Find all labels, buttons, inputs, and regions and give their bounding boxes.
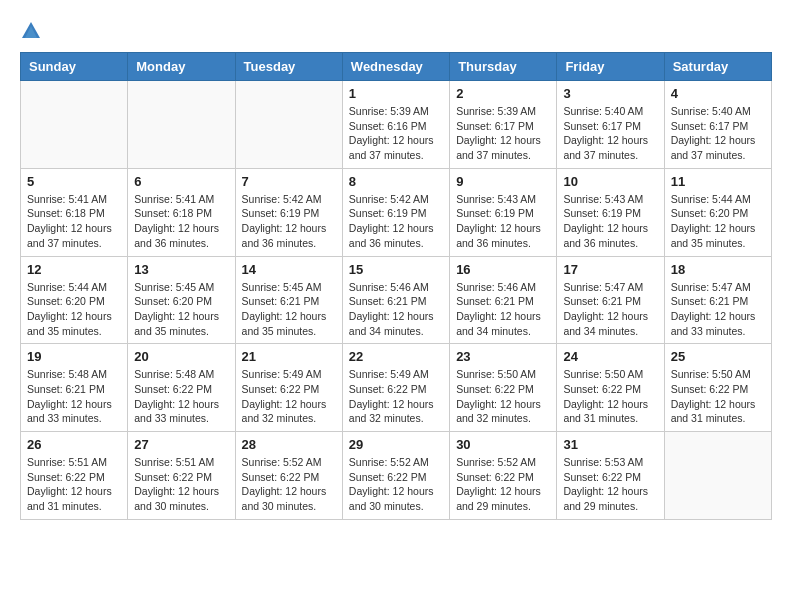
day-number: 29: [349, 437, 443, 452]
day-info: Sunrise: 5:48 AM Sunset: 6:21 PM Dayligh…: [27, 367, 121, 426]
day-number: 30: [456, 437, 550, 452]
day-number: 25: [671, 349, 765, 364]
day-number: 26: [27, 437, 121, 452]
calendar-week-row: 12Sunrise: 5:44 AM Sunset: 6:20 PM Dayli…: [21, 256, 772, 344]
weekday-header: Monday: [128, 53, 235, 81]
weekday-header: Sunday: [21, 53, 128, 81]
calendar-week-row: 1Sunrise: 5:39 AM Sunset: 6:16 PM Daylig…: [21, 81, 772, 169]
calendar-day-cell: 23Sunrise: 5:50 AM Sunset: 6:22 PM Dayli…: [450, 344, 557, 432]
day-number: 4: [671, 86, 765, 101]
day-number: 18: [671, 262, 765, 277]
calendar-day-cell: 30Sunrise: 5:52 AM Sunset: 6:22 PM Dayli…: [450, 432, 557, 520]
calendar-day-cell: [21, 81, 128, 169]
day-number: 6: [134, 174, 228, 189]
day-info: Sunrise: 5:44 AM Sunset: 6:20 PM Dayligh…: [671, 192, 765, 251]
calendar-header-row: SundayMondayTuesdayWednesdayThursdayFrid…: [21, 53, 772, 81]
weekday-header: Friday: [557, 53, 664, 81]
day-info: Sunrise: 5:44 AM Sunset: 6:20 PM Dayligh…: [27, 280, 121, 339]
day-number: 15: [349, 262, 443, 277]
day-info: Sunrise: 5:50 AM Sunset: 6:22 PM Dayligh…: [456, 367, 550, 426]
day-info: Sunrise: 5:47 AM Sunset: 6:21 PM Dayligh…: [671, 280, 765, 339]
calendar-day-cell: 20Sunrise: 5:48 AM Sunset: 6:22 PM Dayli…: [128, 344, 235, 432]
calendar-day-cell: 7Sunrise: 5:42 AM Sunset: 6:19 PM Daylig…: [235, 168, 342, 256]
day-info: Sunrise: 5:45 AM Sunset: 6:20 PM Dayligh…: [134, 280, 228, 339]
day-info: Sunrise: 5:43 AM Sunset: 6:19 PM Dayligh…: [563, 192, 657, 251]
day-info: Sunrise: 5:39 AM Sunset: 6:16 PM Dayligh…: [349, 104, 443, 163]
calendar-day-cell: 22Sunrise: 5:49 AM Sunset: 6:22 PM Dayli…: [342, 344, 449, 432]
day-number: 12: [27, 262, 121, 277]
day-info: Sunrise: 5:42 AM Sunset: 6:19 PM Dayligh…: [349, 192, 443, 251]
day-number: 16: [456, 262, 550, 277]
day-info: Sunrise: 5:52 AM Sunset: 6:22 PM Dayligh…: [456, 455, 550, 514]
calendar-day-cell: 5Sunrise: 5:41 AM Sunset: 6:18 PM Daylig…: [21, 168, 128, 256]
day-number: 20: [134, 349, 228, 364]
calendar-day-cell: 17Sunrise: 5:47 AM Sunset: 6:21 PM Dayli…: [557, 256, 664, 344]
calendar-day-cell: 26Sunrise: 5:51 AM Sunset: 6:22 PM Dayli…: [21, 432, 128, 520]
calendar-week-row: 26Sunrise: 5:51 AM Sunset: 6:22 PM Dayli…: [21, 432, 772, 520]
day-info: Sunrise: 5:43 AM Sunset: 6:19 PM Dayligh…: [456, 192, 550, 251]
day-number: 2: [456, 86, 550, 101]
day-info: Sunrise: 5:49 AM Sunset: 6:22 PM Dayligh…: [349, 367, 443, 426]
calendar-day-cell: [235, 81, 342, 169]
calendar-day-cell: 9Sunrise: 5:43 AM Sunset: 6:19 PM Daylig…: [450, 168, 557, 256]
calendar-day-cell: 12Sunrise: 5:44 AM Sunset: 6:20 PM Dayli…: [21, 256, 128, 344]
day-number: 5: [27, 174, 121, 189]
calendar-day-cell: 31Sunrise: 5:53 AM Sunset: 6:22 PM Dayli…: [557, 432, 664, 520]
day-info: Sunrise: 5:52 AM Sunset: 6:22 PM Dayligh…: [349, 455, 443, 514]
day-number: 8: [349, 174, 443, 189]
calendar-day-cell: 25Sunrise: 5:50 AM Sunset: 6:22 PM Dayli…: [664, 344, 771, 432]
calendar-day-cell: 10Sunrise: 5:43 AM Sunset: 6:19 PM Dayli…: [557, 168, 664, 256]
weekday-header: Saturday: [664, 53, 771, 81]
day-number: 10: [563, 174, 657, 189]
day-info: Sunrise: 5:46 AM Sunset: 6:21 PM Dayligh…: [349, 280, 443, 339]
day-number: 9: [456, 174, 550, 189]
day-info: Sunrise: 5:53 AM Sunset: 6:22 PM Dayligh…: [563, 455, 657, 514]
weekday-header: Wednesday: [342, 53, 449, 81]
calendar-day-cell: 11Sunrise: 5:44 AM Sunset: 6:20 PM Dayli…: [664, 168, 771, 256]
calendar-week-row: 19Sunrise: 5:48 AM Sunset: 6:21 PM Dayli…: [21, 344, 772, 432]
weekday-header: Thursday: [450, 53, 557, 81]
day-info: Sunrise: 5:49 AM Sunset: 6:22 PM Dayligh…: [242, 367, 336, 426]
day-number: 28: [242, 437, 336, 452]
calendar-day-cell: 1Sunrise: 5:39 AM Sunset: 6:16 PM Daylig…: [342, 81, 449, 169]
calendar-day-cell: [128, 81, 235, 169]
calendar-day-cell: 29Sunrise: 5:52 AM Sunset: 6:22 PM Dayli…: [342, 432, 449, 520]
day-info: Sunrise: 5:42 AM Sunset: 6:19 PM Dayligh…: [242, 192, 336, 251]
calendar-week-row: 5Sunrise: 5:41 AM Sunset: 6:18 PM Daylig…: [21, 168, 772, 256]
day-info: Sunrise: 5:51 AM Sunset: 6:22 PM Dayligh…: [27, 455, 121, 514]
day-info: Sunrise: 5:46 AM Sunset: 6:21 PM Dayligh…: [456, 280, 550, 339]
day-info: Sunrise: 5:50 AM Sunset: 6:22 PM Dayligh…: [563, 367, 657, 426]
day-info: Sunrise: 5:39 AM Sunset: 6:17 PM Dayligh…: [456, 104, 550, 163]
day-number: 24: [563, 349, 657, 364]
day-number: 14: [242, 262, 336, 277]
day-number: 3: [563, 86, 657, 101]
day-info: Sunrise: 5:52 AM Sunset: 6:22 PM Dayligh…: [242, 455, 336, 514]
day-number: 22: [349, 349, 443, 364]
day-number: 17: [563, 262, 657, 277]
day-info: Sunrise: 5:41 AM Sunset: 6:18 PM Dayligh…: [27, 192, 121, 251]
day-info: Sunrise: 5:48 AM Sunset: 6:22 PM Dayligh…: [134, 367, 228, 426]
day-info: Sunrise: 5:40 AM Sunset: 6:17 PM Dayligh…: [671, 104, 765, 163]
day-number: 27: [134, 437, 228, 452]
day-number: 19: [27, 349, 121, 364]
calendar-day-cell: [664, 432, 771, 520]
day-info: Sunrise: 5:47 AM Sunset: 6:21 PM Dayligh…: [563, 280, 657, 339]
day-number: 13: [134, 262, 228, 277]
day-number: 11: [671, 174, 765, 189]
calendar-table: SundayMondayTuesdayWednesdayThursdayFrid…: [20, 52, 772, 520]
day-info: Sunrise: 5:45 AM Sunset: 6:21 PM Dayligh…: [242, 280, 336, 339]
calendar-day-cell: 4Sunrise: 5:40 AM Sunset: 6:17 PM Daylig…: [664, 81, 771, 169]
calendar-day-cell: 24Sunrise: 5:50 AM Sunset: 6:22 PM Dayli…: [557, 344, 664, 432]
calendar-day-cell: 13Sunrise: 5:45 AM Sunset: 6:20 PM Dayli…: [128, 256, 235, 344]
logo: [20, 20, 46, 42]
calendar-day-cell: 18Sunrise: 5:47 AM Sunset: 6:21 PM Dayli…: [664, 256, 771, 344]
calendar-day-cell: 19Sunrise: 5:48 AM Sunset: 6:21 PM Dayli…: [21, 344, 128, 432]
day-info: Sunrise: 5:40 AM Sunset: 6:17 PM Dayligh…: [563, 104, 657, 163]
calendar-day-cell: 27Sunrise: 5:51 AM Sunset: 6:22 PM Dayli…: [128, 432, 235, 520]
day-number: 7: [242, 174, 336, 189]
day-number: 21: [242, 349, 336, 364]
calendar-day-cell: 3Sunrise: 5:40 AM Sunset: 6:17 PM Daylig…: [557, 81, 664, 169]
day-info: Sunrise: 5:51 AM Sunset: 6:22 PM Dayligh…: [134, 455, 228, 514]
day-info: Sunrise: 5:50 AM Sunset: 6:22 PM Dayligh…: [671, 367, 765, 426]
calendar-day-cell: 14Sunrise: 5:45 AM Sunset: 6:21 PM Dayli…: [235, 256, 342, 344]
